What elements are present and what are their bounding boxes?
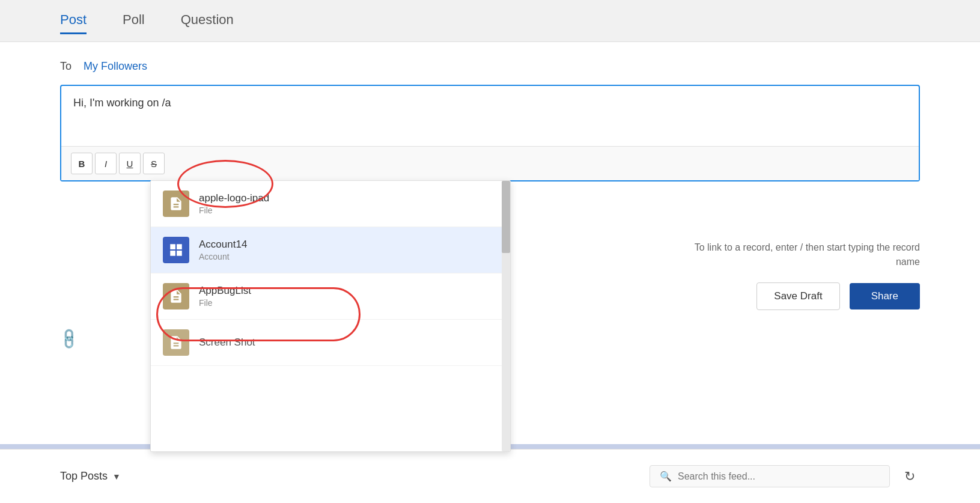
item-text-screenshot: Screen Shot: [199, 337, 498, 349]
item-name-apple: apple-logo-ipad: [199, 192, 498, 204]
top-posts-label: Top Posts: [60, 470, 108, 483]
action-buttons: Save Draft Share: [756, 282, 920, 310]
item-name-screenshot: Screen Shot: [199, 337, 498, 349]
search-feed-container: 🔍: [650, 465, 890, 487]
toolbar-bold[interactable]: B: [71, 153, 93, 174]
toolbar-italic[interactable]: I: [95, 153, 117, 174]
item-type-apple: File: [199, 206, 498, 215]
tab-post[interactable]: Post: [60, 7, 87, 34]
dropdown-item-screenshot[interactable]: Screen Shot: [151, 320, 510, 366]
search-icon: 🔍: [660, 471, 672, 482]
item-type-account14: Account: [199, 252, 498, 261]
search-feed-input[interactable]: [678, 471, 880, 482]
link-icon[interactable]: 🔗: [56, 326, 81, 351]
item-name-account14: Account14: [199, 239, 498, 251]
tab-bar: Post Poll Question: [0, 0, 980, 42]
dropdown-scroll-container[interactable]: apple-logo-ipad File Account14 Account: [151, 181, 510, 451]
autocomplete-dropdown: apple-logo-ipad File Account14 Account: [150, 180, 511, 452]
right-hint-area: To link to a record, enter / then start …: [692, 240, 920, 269]
dropdown-item-account14[interactable]: Account14 Account: [151, 227, 510, 273]
to-value[interactable]: My Followers: [84, 60, 147, 73]
item-type-appbuglist: File: [199, 298, 498, 308]
item-text-apple: apple-logo-ipad File: [199, 192, 498, 215]
hint-text: To link to a record, enter / then start …: [695, 242, 920, 267]
link-icon-area[interactable]: 🔗: [60, 331, 78, 347]
tab-question[interactable]: Question: [181, 7, 234, 34]
main-container: Post Poll Question To My Followers Hi, I…: [0, 0, 980, 503]
chevron-down-icon: ▼: [112, 472, 121, 481]
content-area: To My Followers Hi, I'm working on /a B …: [0, 42, 980, 444]
file-icon-apple: [163, 191, 189, 217]
file-icon-screenshot: [163, 329, 189, 356]
share-button[interactable]: Share: [850, 283, 920, 309]
to-row: To My Followers: [60, 60, 920, 73]
footer-area: Top Posts ▼ 🔍 ↻: [0, 449, 980, 503]
to-label: To: [60, 60, 72, 73]
scroll-thumb[interactable]: [502, 181, 510, 253]
account-icon-account14: [163, 237, 189, 263]
dropdown-item-appbuglist[interactable]: AppBugList File: [151, 273, 510, 320]
editor-content: Hi, I'm working on /a: [73, 97, 171, 109]
file-icon-appbuglist: [163, 283, 189, 309]
top-posts-button[interactable]: Top Posts ▼: [60, 470, 121, 483]
item-text-appbuglist: AppBugList File: [199, 285, 498, 308]
dropdown-item-apple-logo-ipad[interactable]: apple-logo-ipad File: [151, 181, 510, 227]
item-name-appbuglist: AppBugList: [199, 285, 498, 297]
editor-text-area[interactable]: Hi, I'm working on /a: [61, 86, 919, 146]
toolbar-underline[interactable]: U: [119, 153, 141, 174]
editor-toolbar: B I U S: [61, 146, 919, 180]
item-text-account14: Account14 Account: [199, 239, 498, 261]
save-draft-button[interactable]: Save Draft: [756, 282, 839, 310]
refresh-button[interactable]: ↻: [899, 466, 920, 487]
toolbar-strikethrough[interactable]: S: [143, 153, 165, 174]
scroll-track[interactable]: [502, 181, 510, 451]
tab-poll[interactable]: Poll: [123, 7, 145, 34]
post-editor: Hi, I'm working on /a B I U S: [60, 85, 920, 181]
